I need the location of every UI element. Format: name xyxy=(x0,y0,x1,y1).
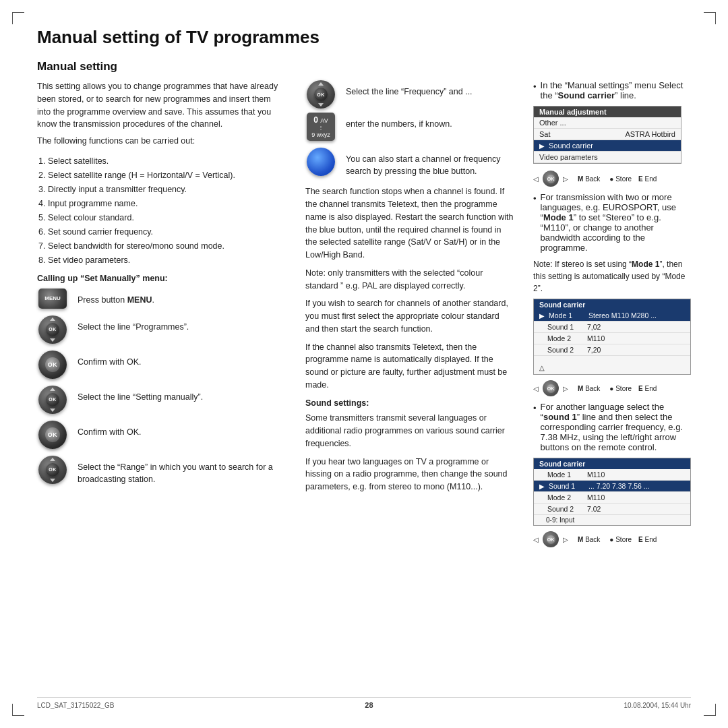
step-3-desc: Confirm with OK. xyxy=(78,351,286,368)
list-item: Directly input a transmitter frequency. xyxy=(48,183,286,196)
nav-ok-3: OK xyxy=(543,531,559,547)
page-title: Manual setting of TV programmes xyxy=(37,27,691,48)
nav-m-label-2: M Back xyxy=(578,385,600,392)
ok-label-2: OK xyxy=(48,431,58,438)
store-bullet-3: ● xyxy=(609,536,613,543)
nav-left-arrow: ◁ xyxy=(533,175,539,183)
step-5-desc: Confirm with OK. xyxy=(78,421,286,438)
nav-row-1: ◁ OK ▷ M Back ● Store E End xyxy=(533,171,691,187)
tv-menu-1: Manual adjustment Other ... Sat ASTRA Ho… xyxy=(533,106,681,164)
nav-end-label: End xyxy=(645,175,657,183)
sat-value: ASTRA Hotbird xyxy=(555,130,675,138)
sound-table-row-sound2: Sound 2 7,20 xyxy=(534,344,690,356)
list-item: Input programme name. xyxy=(48,197,286,210)
nav-e-label: E End xyxy=(638,175,657,183)
step-6-desc: Select the “Range” in which you want to … xyxy=(78,456,286,485)
note-text: Note: only transmitters with the selecte… xyxy=(305,267,514,293)
step-4-icon: OK xyxy=(37,386,68,414)
num-step-desc: enter the numbers, if known. xyxy=(346,113,514,130)
freq-step-desc: Select the line “Frequency” and ... xyxy=(346,80,514,98)
nav-m-icon-2: M xyxy=(578,385,583,392)
step-2-icon: OK xyxy=(37,315,68,344)
ok-button-icon-2: OK xyxy=(38,421,67,449)
nav-row-2: ◁ OK ▷ M Back ● Store E End xyxy=(533,380,691,396)
num-dots: ⋮ xyxy=(311,125,330,131)
menu-button-icon: MENU xyxy=(38,289,67,309)
sound-table-1-title: Sound carrier xyxy=(534,299,690,310)
nav-button-icon-2: OK xyxy=(38,386,67,414)
sound-table2-note: 0-9: Input xyxy=(534,515,690,525)
blue-button-icon xyxy=(307,148,335,176)
ok-center-3: OK xyxy=(46,463,59,477)
list-item: Set sound carrier frequency. xyxy=(48,225,286,239)
arrow-up-icon-2 xyxy=(50,388,55,391)
teletext-note-text: If the channel also transmits Teletext, … xyxy=(305,341,514,392)
left-column: This setting allows you to change progra… xyxy=(37,80,286,547)
nav-back-label-2: Back xyxy=(585,385,600,392)
nav-store-row: ● Store xyxy=(609,175,632,183)
st-arrow-2: ▶ xyxy=(539,483,545,490)
ok-inner-2: OK xyxy=(45,427,60,442)
bullet-2-text: For transmission with two or more langua… xyxy=(541,192,691,253)
page-subtitle: Manual setting xyxy=(37,60,691,73)
search-text: The search function stops when a channel… xyxy=(305,185,514,262)
num-zero: 0 AV xyxy=(311,115,330,125)
ok-inner: OK xyxy=(45,357,60,372)
note-mode-text: Note: If stereo is set using “Mode 1”, t… xyxy=(533,258,691,295)
nav-e-label-3: E End xyxy=(638,536,657,543)
features-list: Select satellites. Select satellite rang… xyxy=(37,154,286,267)
tv-menu-row-sound-carrier: ▶ Sound carrier xyxy=(534,140,681,152)
tv-menu-row-sat: Sat ASTRA Hotbird xyxy=(534,129,681,140)
sound-table2-row-mode2: Mode 2 M110 xyxy=(534,492,690,504)
nav-e-icon-2: E xyxy=(638,385,643,392)
step-1-desc: Press button MENU. xyxy=(78,289,286,306)
triangle-note: △ xyxy=(534,363,690,374)
nav-ok-inner-3: OK xyxy=(547,535,555,544)
list-item: Select satellite range (H = Horizontal/V… xyxy=(48,169,286,182)
arrow-up-freq xyxy=(318,82,324,86)
sound-settings-label: Sound settings: xyxy=(305,397,514,410)
nav-m-label: M Back xyxy=(578,175,600,183)
step-2-desc: Select the line “Programmes”. xyxy=(78,315,286,333)
nav-e-icon-3: E xyxy=(638,536,643,543)
nav-m-label-3: M Back xyxy=(578,536,600,543)
nav-left-arrow-3: ◁ xyxy=(533,536,539,543)
tv-menu-row-other: Other ... xyxy=(534,117,681,129)
search-other-text: If you wish to search for channels of an… xyxy=(305,297,514,335)
nav-m-icon: M xyxy=(578,175,583,183)
step-6-icon: OK xyxy=(37,456,68,484)
nav-ok-inner-1: OK xyxy=(547,175,555,183)
store-bullet-2: ● xyxy=(609,385,613,392)
sound-table-spacer xyxy=(534,356,690,363)
sound-table2-row-sound2: Sound 2 7.02 xyxy=(534,504,690,515)
nav-end-label-3: End xyxy=(645,536,657,543)
nav-right-arrow-3: ▷ xyxy=(563,536,568,543)
sound-table2-row-sound1: ▶ Sound 1 ... 7.20 7.38 7.56 ... xyxy=(534,481,690,492)
list-item: Select satellites. xyxy=(48,154,286,168)
step-3-icon: OK xyxy=(37,351,68,379)
numpad-display: 0 AV ⋮ 9 wxyz xyxy=(311,115,330,139)
step-3-row: OK Confirm with OK. xyxy=(37,351,286,379)
sound-table-2-title: Sound carrier xyxy=(534,458,690,469)
bullet-3: • For another language select the “sound… xyxy=(533,402,691,452)
nav-store-label-3: Store xyxy=(615,536,632,543)
arrow-up-icon-3 xyxy=(50,458,55,461)
middle-column: OK Select the line “Frequency” and ... 0… xyxy=(305,80,514,547)
right-column: • In the “Manual settings” menu Select t… xyxy=(533,80,691,547)
tv-menu-1-title: Manual adjustment xyxy=(534,107,681,117)
sound-table-row-mode1: ▶ Mode 1 Stereo M110 M280 ... xyxy=(534,310,690,322)
arrow-down-icon xyxy=(50,338,55,342)
step-5-row: OK Confirm with OK. xyxy=(37,421,286,449)
num-step-row: 0 AV ⋮ 9 wxyz enter the numbers, if know… xyxy=(305,113,514,141)
nav-ok-text-2: OK xyxy=(547,386,555,391)
bullet-dot-2: • xyxy=(533,193,537,253)
nav-back-label-3: Back xyxy=(585,536,600,543)
nav-ok-1: OK xyxy=(543,171,559,187)
arrow-down-freq xyxy=(318,103,324,107)
footer-right: 10.08.2004, 15:44 Uhr xyxy=(624,702,691,709)
nav-row-3: ◁ OK ▷ M Back ● Store E End xyxy=(533,531,691,547)
intro-paragraph: This setting allows you to change progra… xyxy=(37,80,286,148)
sound-text2: If you hear two languages on TV a progra… xyxy=(305,456,514,493)
footer-page-num: 28 xyxy=(365,701,373,709)
list-item: Set video parameters. xyxy=(48,253,286,267)
